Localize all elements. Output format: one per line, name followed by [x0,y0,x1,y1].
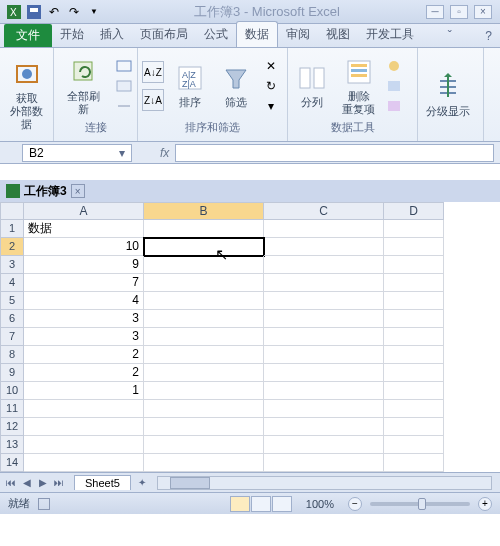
namebox-dropdown-icon[interactable]: ▾ [119,146,125,160]
normal-view-button[interactable] [230,496,250,512]
text-to-columns-button[interactable]: 分列 [292,60,332,111]
cell-D5[interactable] [384,292,444,310]
tab-home[interactable]: 开始 [52,22,92,47]
cell-A10[interactable]: 1 [24,382,144,400]
formula-bar[interactable] [175,144,494,162]
row-header-6[interactable]: 6 [0,310,24,328]
cell-A2[interactable]: 10 [24,238,144,256]
row-header-12[interactable]: 12 [0,418,24,436]
cell-C9[interactable] [264,364,384,382]
outline-button[interactable]: 分级显示 [422,69,474,120]
connections-icon[interactable] [115,57,133,75]
zoom-out-button[interactable]: − [348,497,362,511]
edit-links-icon[interactable] [115,97,133,115]
zoom-in-button[interactable]: + [478,497,492,511]
filter-button[interactable]: 筛选 [216,60,256,111]
first-sheet-button[interactable]: ⏮ [4,476,18,490]
cell-A12[interactable] [24,418,144,436]
tab-insert[interactable]: 插入 [92,22,132,47]
cell-D4[interactable] [384,274,444,292]
fx-label[interactable]: fx [154,146,175,160]
col-header-A[interactable]: A [24,202,144,220]
col-header-C[interactable]: C [264,202,384,220]
tab-dev[interactable]: 开发工具 [358,22,422,47]
row-header-8[interactable]: 8 [0,346,24,364]
cell-D3[interactable] [384,256,444,274]
select-all-corner[interactable] [0,202,24,220]
cell-C14[interactable] [264,454,384,472]
cell-D7[interactable] [384,328,444,346]
row-header-13[interactable]: 13 [0,436,24,454]
consolidate-icon[interactable] [385,77,403,95]
get-external-data-button[interactable]: 获取 外部数据 [4,56,49,134]
remove-duplicates-button[interactable]: 删除 重复项 [338,54,379,118]
cell-B8[interactable] [144,346,264,364]
cell-B7[interactable] [144,328,264,346]
row-header-3[interactable]: 3 [0,256,24,274]
sheet-tab[interactable]: Sheet5 [74,475,131,490]
minimize-button[interactable]: ─ [426,5,444,19]
macro-record-icon[interactable] [38,498,50,510]
cell-D12[interactable] [384,418,444,436]
col-header-B[interactable]: B [144,202,264,220]
cell-D8[interactable] [384,346,444,364]
cell-A3[interactable]: 9 [24,256,144,274]
cell-D2[interactable] [384,238,444,256]
cell-B1[interactable] [144,220,264,238]
zoom-slider[interactable] [370,502,470,506]
cell-A8[interactable]: 2 [24,346,144,364]
last-sheet-button[interactable]: ⏭ [52,476,66,490]
cell-C6[interactable] [264,310,384,328]
row-header-9[interactable]: 9 [0,364,24,382]
cell-C5[interactable] [264,292,384,310]
cell-A4[interactable]: 7 [24,274,144,292]
new-sheet-button[interactable]: ✦ [135,476,149,490]
cell-C10[interactable] [264,382,384,400]
help-icon[interactable]: ? [477,25,500,47]
cell-A11[interactable] [24,400,144,418]
what-if-icon[interactable] [385,97,403,115]
cell-C13[interactable] [264,436,384,454]
cell-A6[interactable]: 3 [24,310,144,328]
qat-dropdown-icon[interactable]: ▼ [86,4,102,20]
row-header-4[interactable]: 4 [0,274,24,292]
cell-D10[interactable] [384,382,444,400]
cell-D1[interactable] [384,220,444,238]
spreadsheet-grid[interactable]: A B C D 1数据2103947546373829210111121314 … [0,202,500,472]
cell-C8[interactable] [264,346,384,364]
clear-filter-icon[interactable]: ✕ [262,57,280,75]
cell-D14[interactable] [384,454,444,472]
file-tab[interactable]: 文件 [4,24,52,47]
close-button[interactable]: × [474,5,492,19]
cell-C2[interactable] [264,238,384,256]
zoom-level[interactable]: 100% [300,498,340,510]
next-sheet-button[interactable]: ▶ [36,476,50,490]
col-header-D[interactable]: D [384,202,444,220]
cell-C12[interactable] [264,418,384,436]
tab-review[interactable]: 审阅 [278,22,318,47]
cell-B2[interactable] [144,238,264,256]
tab-layout[interactable]: 页面布局 [132,22,196,47]
prev-sheet-button[interactable]: ◀ [20,476,34,490]
sort-button[interactable]: A|ZZ|A排序 [170,60,210,111]
cell-A14[interactable] [24,454,144,472]
reapply-icon[interactable]: ↻ [262,77,280,95]
cell-C1[interactable] [264,220,384,238]
advanced-filter-icon[interactable]: ▾ [262,97,280,115]
horizontal-scrollbar[interactable] [157,476,492,490]
cell-A1[interactable]: 数据 [24,220,144,238]
page-layout-view-button[interactable] [251,496,271,512]
minimize-ribbon-icon[interactable]: ˇ [440,25,460,47]
tab-view[interactable]: 视图 [318,22,358,47]
cell-B11[interactable] [144,400,264,418]
undo-icon[interactable]: ↶ [46,4,62,20]
redo-icon[interactable]: ↷ [66,4,82,20]
refresh-all-button[interactable]: 全部刷新 [58,54,109,118]
cell-C7[interactable] [264,328,384,346]
cell-C3[interactable] [264,256,384,274]
row-header-2[interactable]: 2 [0,238,24,256]
sort-desc-icon[interactable]: Z↓A [142,89,164,111]
cell-C11[interactable] [264,400,384,418]
tab-data[interactable]: 数据 [236,21,278,47]
cell-B9[interactable] [144,364,264,382]
